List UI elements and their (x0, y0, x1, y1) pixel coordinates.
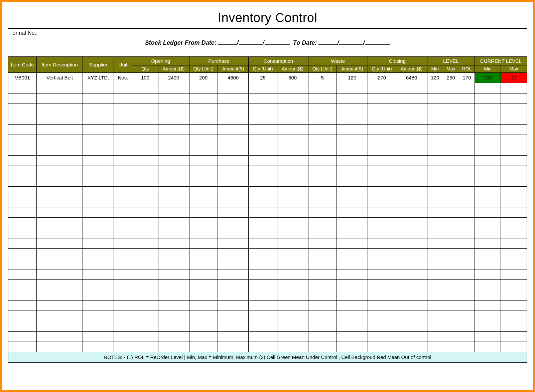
empty-cell[interactable] (83, 311, 114, 321)
empty-cell[interactable] (277, 124, 308, 135)
empty-cell[interactable] (158, 217, 189, 228)
empty-cell[interactable] (189, 331, 218, 342)
empty-cell[interactable] (501, 207, 527, 217)
empty-cell[interactable] (83, 228, 114, 238)
empty-cell[interactable] (249, 217, 277, 228)
empty-cell[interactable] (218, 279, 249, 290)
empty-cell[interactable] (337, 342, 368, 352)
empty-cell[interactable] (443, 93, 459, 104)
empty-cell[interactable] (277, 145, 308, 155)
empty-cell[interactable] (368, 104, 396, 114)
empty-cell[interactable] (158, 176, 189, 186)
empty-cell[interactable] (114, 135, 132, 145)
empty-cell[interactable] (396, 93, 427, 104)
empty-cell[interactable] (83, 279, 114, 290)
empty-cell[interactable] (308, 321, 337, 331)
empty-cell[interactable] (308, 166, 337, 176)
empty-cell[interactable] (501, 104, 527, 114)
empty-cell[interactable] (443, 186, 459, 197)
empty-cell[interactable] (158, 331, 189, 342)
empty-cell[interactable] (443, 228, 459, 238)
empty-cell[interactable] (83, 104, 114, 114)
empty-cell[interactable] (396, 114, 427, 124)
empty-cell[interactable] (475, 259, 501, 269)
empty-cell[interactable] (396, 248, 427, 259)
empty-cell[interactable] (337, 155, 368, 166)
empty-cell[interactable] (189, 269, 218, 279)
empty-cell[interactable] (337, 228, 368, 238)
empty-cell[interactable] (277, 259, 308, 269)
empty-cell[interactable] (368, 83, 396, 93)
empty-cell[interactable] (501, 93, 527, 104)
empty-cell[interactable] (158, 135, 189, 145)
empty-cell[interactable] (114, 166, 132, 176)
to-date-day-field[interactable] (318, 38, 337, 45)
empty-cell[interactable] (132, 197, 158, 207)
empty-cell[interactable] (337, 197, 368, 207)
empty-cell[interactable] (368, 197, 396, 207)
empty-cell[interactable] (83, 186, 114, 197)
empty-cell[interactable] (249, 124, 277, 135)
empty-cell[interactable] (308, 114, 337, 124)
empty-cell[interactable] (308, 207, 337, 217)
empty-cell[interactable] (368, 300, 396, 311)
empty-cell[interactable] (501, 321, 527, 331)
empty-cell[interactable] (308, 331, 337, 342)
empty-cell[interactable] (249, 114, 277, 124)
empty-cell[interactable] (114, 228, 132, 238)
empty-cell[interactable] (459, 248, 475, 259)
empty-cell[interactable] (114, 93, 132, 104)
empty-cell[interactable] (158, 269, 189, 279)
empty-cell[interactable] (132, 83, 158, 93)
empty-cell[interactable] (308, 155, 337, 166)
empty-cell[interactable] (132, 259, 158, 269)
empty-cell[interactable] (158, 321, 189, 331)
empty-cell[interactable] (459, 155, 475, 166)
empty-cell[interactable] (132, 176, 158, 186)
empty-cell[interactable] (337, 331, 368, 342)
empty-cell[interactable] (114, 186, 132, 197)
empty-cell[interactable] (114, 248, 132, 259)
empty-cell[interactable] (459, 186, 475, 197)
empty-cell[interactable] (158, 124, 189, 135)
empty-cell[interactable] (459, 207, 475, 217)
empty-cell[interactable] (427, 176, 443, 186)
empty-cell[interactable] (368, 228, 396, 238)
empty-cell[interactable] (427, 217, 443, 228)
cell-unit[interactable]: Nos. (114, 72, 132, 83)
empty-cell[interactable] (218, 269, 249, 279)
empty-cell[interactable] (443, 176, 459, 186)
empty-cell[interactable] (218, 166, 249, 176)
empty-cell[interactable] (501, 114, 527, 124)
empty-cell[interactable] (337, 207, 368, 217)
empty-cell[interactable] (337, 300, 368, 311)
empty-cell[interactable] (475, 124, 501, 135)
cell-item-code[interactable]: VB001 (8, 72, 37, 83)
empty-cell[interactable] (189, 207, 218, 217)
empty-cell[interactable] (443, 166, 459, 176)
empty-cell[interactable] (249, 300, 277, 311)
empty-cell[interactable] (8, 155, 37, 166)
empty-cell[interactable] (396, 259, 427, 269)
empty-cell[interactable] (427, 93, 443, 104)
empty-cell[interactable] (132, 290, 158, 300)
empty-cell[interactable] (114, 145, 132, 155)
empty-cell[interactable] (132, 135, 158, 145)
empty-cell[interactable] (37, 217, 83, 228)
empty-cell[interactable] (218, 114, 249, 124)
empty-cell[interactable] (37, 300, 83, 311)
empty-cell[interactable] (475, 145, 501, 155)
empty-cell[interactable] (83, 331, 114, 342)
cell-waste-amt[interactable]: 120 (337, 72, 368, 83)
empty-cell[interactable] (83, 300, 114, 311)
empty-cell[interactable] (308, 217, 337, 228)
empty-cell[interactable] (443, 217, 459, 228)
empty-cell[interactable] (337, 269, 368, 279)
empty-cell[interactable] (443, 290, 459, 300)
empty-cell[interactable] (337, 238, 368, 248)
empty-cell[interactable] (427, 197, 443, 207)
empty-cell[interactable] (158, 342, 189, 352)
empty-cell[interactable] (218, 93, 249, 104)
empty-cell[interactable] (189, 155, 218, 166)
empty-cell[interactable] (132, 155, 158, 166)
